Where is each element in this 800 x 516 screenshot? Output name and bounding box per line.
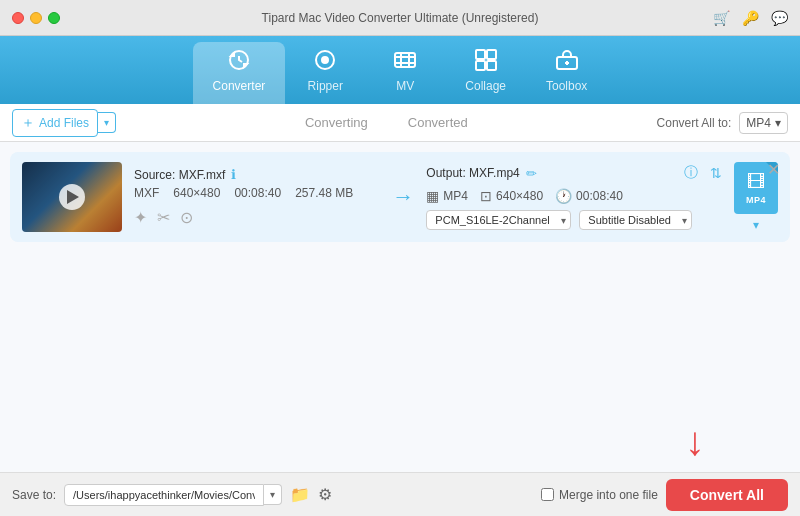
plus-icon: ＋ <box>21 114 35 132</box>
play-button[interactable] <box>59 184 85 210</box>
format-dropdown-icon: ▾ <box>775 116 781 130</box>
format-badge-label: MP4 <box>746 195 766 205</box>
svg-rect-10 <box>476 61 485 70</box>
output-resolution-item: ⊡ 640×480 <box>480 188 543 204</box>
converter-icon <box>227 48 251 75</box>
subtitle-wrapper[interactable]: Subtitle Disabled <box>579 210 692 230</box>
merge-checkbox[interactable] <box>541 488 554 501</box>
file-meta: MXF 640×480 00:08:40 257.48 MB <box>134 186 380 200</box>
output-resolution: 640×480 <box>496 189 543 203</box>
mv-label: MV <box>396 79 414 93</box>
subtitle-select[interactable]: Subtitle Disabled <box>579 210 692 230</box>
settings-action-icon[interactable]: ✦ <box>134 208 147 227</box>
save-path-container: ▾ <box>64 484 282 506</box>
cut-action-icon[interactable]: ✂ <box>157 208 170 227</box>
maximize-button[interactable] <box>48 12 60 24</box>
file-source-row: Source: MXF.mxf ℹ <box>134 167 380 182</box>
clock-icon: 🕐 <box>555 188 572 204</box>
output-source-row: Output: MXF.mp4 ✏ ⓘ ⇅ <box>426 164 722 182</box>
toolbox-label: Toolbox <box>546 79 587 93</box>
merge-checkbox-area: Merge into one file <box>541 488 658 502</box>
key-icon[interactable]: 🔑 <box>742 10 759 26</box>
convert-arrow: → <box>392 184 414 210</box>
folder-browse-button[interactable]: 📁 <box>290 485 310 504</box>
collage-label: Collage <box>465 79 506 93</box>
nav-bar: Converter Ripper MV <box>0 36 800 104</box>
audio-channel-wrapper[interactable]: PCM_S16LE-2Channel <box>426 210 571 230</box>
toolbar-tab-converted[interactable]: Converted <box>408 111 468 134</box>
resize-icon: ⊡ <box>480 188 492 204</box>
toolbar: ＋ Add Files ▾ Converting Converted Conve… <box>0 104 800 142</box>
window-title: Tipard Mac Video Converter Ultimate (Unr… <box>262 11 539 25</box>
output-meta-row: ▦ MP4 ⊡ 640×480 🕐 00:08:40 <box>426 188 722 204</box>
toolbox-icon <box>555 48 579 75</box>
output-duration: 00:08:40 <box>576 189 623 203</box>
convert-all-to-label: Convert All to: <box>657 116 732 130</box>
svg-rect-3 <box>395 53 415 67</box>
red-arrow-container: ↓ <box>685 421 705 461</box>
file-card: Source: MXF.mxf ℹ MXF 640×480 00:08:40 2… <box>10 152 790 242</box>
svg-rect-11 <box>487 61 496 70</box>
chat-icon[interactable]: 💬 <box>771 10 788 26</box>
nav-tab-converter[interactable]: Converter <box>193 42 286 104</box>
film-icon: ▦ <box>426 188 439 204</box>
output-format-item: ▦ MP4 <box>426 188 468 204</box>
ripper-icon <box>313 48 337 75</box>
close-button[interactable] <box>12 12 24 24</box>
badge-dropdown-arrow[interactable]: ▾ <box>753 218 759 232</box>
output-selects: PCM_S16LE-2Channel Subtitle Disabled <box>426 210 722 230</box>
converter-label: Converter <box>213 79 266 93</box>
bottom-icons: 📁 ⚙ <box>290 485 332 504</box>
svg-rect-8 <box>476 50 485 59</box>
file-info: Source: MXF.mxf ℹ MXF 640×480 00:08:40 2… <box>134 167 380 227</box>
bottom-bar: Save to: ▾ 📁 ⚙ Merge into one file Conve… <box>0 472 800 516</box>
title-bar: Tipard Mac Video Converter Ultimate (Unr… <box>0 0 800 36</box>
audio-channel-select[interactable]: PCM_S16LE-2Channel <box>426 210 571 230</box>
output-duration-item: 🕐 00:08:40 <box>555 188 623 204</box>
title-bar-icons: 🛒 🔑 💬 <box>713 10 788 26</box>
file-duration: 00:08:40 <box>234 186 281 200</box>
svg-rect-9 <box>487 50 496 59</box>
file-actions: ✦ ✂ ⊙ <box>134 208 380 227</box>
save-to-label: Save to: <box>12 488 56 502</box>
output-info-icon[interactable]: ⓘ <box>684 164 698 182</box>
save-path-dropdown[interactable]: ▾ <box>264 484 282 505</box>
output-format: MP4 <box>443 189 468 203</box>
nav-tab-toolbox[interactable]: Toolbox <box>526 42 607 104</box>
add-files-dropdown[interactable]: ▾ <box>98 112 116 133</box>
nav-tab-mv[interactable]: MV <box>365 42 445 104</box>
save-path-input[interactable] <box>64 484 264 506</box>
toolbar-tab-converting[interactable]: Converting <box>305 111 368 134</box>
output-settings-icon[interactable]: ⇅ <box>710 165 722 181</box>
file-thumbnail[interactable] <box>22 162 122 232</box>
effect-action-icon[interactable]: ⊙ <box>180 208 193 227</box>
play-icon <box>67 190 79 204</box>
convert-all-button[interactable]: Convert All <box>666 479 788 511</box>
output-edit-icon[interactable]: ✏ <box>526 166 537 181</box>
nav-tab-ripper[interactable]: Ripper <box>285 42 365 104</box>
merge-label: Merge into one file <box>559 488 658 502</box>
traffic-lights <box>12 12 60 24</box>
output-label: Output: MXF.mp4 <box>426 166 519 180</box>
file-size: 257.48 MB <box>295 186 353 200</box>
minimize-button[interactable] <box>30 12 42 24</box>
main-content: Source: MXF.mxf ℹ MXF 640×480 00:08:40 2… <box>0 142 800 472</box>
source-label: Source: MXF.mxf <box>134 168 225 182</box>
nav-tab-collage[interactable]: Collage <box>445 42 526 104</box>
red-arrow-icon: ↓ <box>685 421 705 461</box>
format-select[interactable]: MP4 ▾ <box>739 112 788 134</box>
cart-icon[interactable]: 🛒 <box>713 10 730 26</box>
toolbar-center: Converting Converted <box>116 111 657 134</box>
format-value: MP4 <box>746 116 771 130</box>
toolbar-right: Convert All to: MP4 ▾ <box>657 112 788 134</box>
file-close-button[interactable]: ✕ <box>767 160 780 179</box>
output-info: Output: MXF.mp4 ✏ ⓘ ⇅ ▦ MP4 ⊡ 640×480 🕐 … <box>426 164 722 230</box>
settings-button[interactable]: ⚙ <box>318 485 332 504</box>
collage-icon <box>474 48 498 75</box>
source-info-icon[interactable]: ℹ <box>231 167 236 182</box>
file-type: MXF <box>134 186 159 200</box>
format-badge-icon: 🎞 <box>747 172 765 193</box>
mv-icon <box>393 48 417 75</box>
add-files-button[interactable]: ＋ Add Files <box>12 109 98 137</box>
ripper-label: Ripper <box>308 79 343 93</box>
